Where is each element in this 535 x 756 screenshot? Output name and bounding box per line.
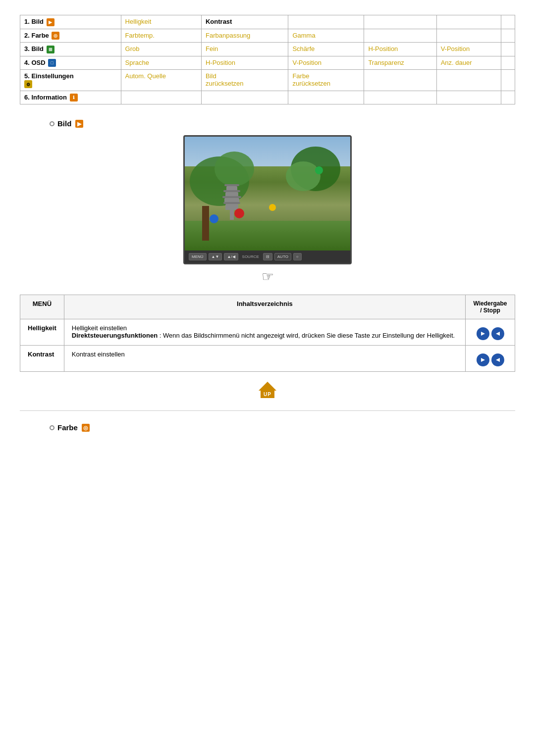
svg-marker-3 bbox=[496, 358, 500, 362]
svg-marker-0 bbox=[481, 332, 485, 336]
monitor-controls: MENÜ ▲▼ ▲/◀ SOURCE ⊟ AUTO ○ bbox=[185, 251, 350, 263]
nav-row-osd: 4. OSD □ Sprache H-Position V-Position T… bbox=[20, 56, 515, 70]
sub-farbanpassung[interactable]: Farbanpassung bbox=[201, 29, 288, 43]
content-kontrast: Kontrast einstellen bbox=[64, 346, 465, 372]
einstellungen-icon: ⚙ bbox=[24, 80, 32, 88]
play-back-btn[interactable] bbox=[491, 327, 504, 340]
foliage-4 bbox=[286, 161, 321, 191]
content-table: MENÜ Inhaltsverzeichnis Wiedergabe / Sto… bbox=[20, 295, 515, 372]
ctrl-source-label: SOURCE bbox=[242, 254, 259, 259]
garden-ground bbox=[185, 221, 350, 251]
header-index: Inhaltsverzeichnis bbox=[64, 295, 465, 319]
monitor-frame: MENÜ ▲▼ ▲/◀ SOURCE ⊟ AUTO ○ bbox=[183, 135, 352, 264]
farbe-section-header: Farbe ◎ bbox=[50, 423, 515, 432]
ctrl-source[interactable]: ⊟ bbox=[263, 253, 272, 260]
content-helligkeit: Helligkeit einstellen Direktsteuerungsfu… bbox=[64, 319, 465, 346]
menu-item-farbe[interactable]: 2. Farbe ◎ bbox=[20, 29, 121, 43]
sub-bildreset[interactable]: Bildzurücksetzen bbox=[201, 70, 288, 91]
sub-farbtemp[interactable]: Farbtemp. bbox=[121, 29, 201, 43]
menu-item-information[interactable]: 6. Information ℹ bbox=[20, 91, 121, 104]
farbe-icon: ◎ bbox=[52, 32, 59, 40]
sub-transparenz[interactable]: Transparenz bbox=[364, 56, 436, 70]
sub-fein[interactable]: Fein bbox=[201, 43, 288, 56]
play-forward-btn-2[interactable] bbox=[477, 353, 489, 366]
menu-item-bild2[interactable]: 3. Bild ⊞ bbox=[20, 43, 121, 56]
svg-marker-1 bbox=[496, 332, 500, 336]
sub-farbereset[interactable]: Farbezurücksetzen bbox=[288, 70, 364, 91]
sub-grob[interactable]: Grob bbox=[121, 43, 201, 56]
bild-circle-icon bbox=[50, 121, 54, 126]
sub-autom[interactable]: Autom. Quelle bbox=[121, 70, 201, 91]
label-kontrast: Kontrast bbox=[20, 346, 64, 372]
menu-item-bild[interactable]: 1. Bild ▶ bbox=[20, 15, 121, 29]
information-icon: ℹ bbox=[70, 94, 78, 101]
content-table-header: MENÜ Inhaltsverzeichnis Wiedergabe / Sto… bbox=[20, 295, 515, 319]
up-arrow-label: UP bbox=[261, 391, 274, 398]
section-divider bbox=[20, 410, 515, 411]
sub-helligkeit[interactable]: Helligkeit bbox=[121, 15, 201, 29]
sub-hposition[interactable]: H-Position bbox=[364, 43, 436, 56]
sub-sprache[interactable]: Sprache bbox=[121, 56, 201, 70]
up-arrow-head bbox=[259, 382, 276, 391]
sub-vposition2[interactable]: V-Position bbox=[288, 56, 364, 70]
ctrl-power[interactable]: ○ bbox=[293, 253, 302, 260]
garden-tree-trunk bbox=[202, 206, 209, 241]
monitor-screen bbox=[185, 137, 350, 251]
up-arrow: UP bbox=[259, 382, 276, 398]
sub-gamma[interactable]: Gamma bbox=[288, 29, 364, 43]
playback-kontrast bbox=[466, 346, 515, 372]
menu-item-einstellungen[interactable]: 5. Einstellungen ⚙ bbox=[20, 70, 121, 91]
play-back-btn-2[interactable] bbox=[491, 353, 504, 366]
ctrl-menu[interactable]: MENÜ bbox=[189, 253, 207, 260]
nav-row-information: 6. Information ℹ bbox=[20, 91, 515, 104]
table-row-helligkeit: Helligkeit Helligkeit einstellen Direkts… bbox=[20, 319, 515, 346]
nav-row-einstellungen: 5. Einstellungen ⚙ Autom. Quelle Bildzur… bbox=[20, 70, 515, 91]
farbe-section-icon: ◎ bbox=[82, 424, 90, 432]
nav-row-bild2: 3. Bild ⊞ Grob Fein Schärfe H-Position V… bbox=[20, 43, 515, 56]
play-forward-btn[interactable] bbox=[477, 327, 489, 340]
ctrl-brightness[interactable]: ▲▼ bbox=[209, 253, 222, 260]
play-buttons-kontrast bbox=[473, 353, 507, 366]
garden-pagoda bbox=[224, 186, 239, 226]
ornament-red bbox=[234, 208, 244, 218]
bild-icon: ▶ bbox=[47, 18, 54, 26]
nav-row-bild: 1. Bild ▶ Helligkeit Kontrast bbox=[20, 15, 515, 29]
sub-hposition2[interactable]: H-Position bbox=[201, 56, 288, 70]
menu-item-osd[interactable]: 4. OSD □ bbox=[20, 56, 121, 70]
playback-helligkeit bbox=[466, 319, 515, 346]
hand-cursor-icon: ☞ bbox=[262, 268, 274, 285]
table-row-kontrast: Kontrast Kontrast einstellen bbox=[20, 346, 515, 372]
sub-vposition[interactable]: V-Position bbox=[436, 43, 501, 56]
bild-section-header: Bild ▶ bbox=[50, 119, 515, 128]
farbe-title: Farbe bbox=[57, 423, 78, 432]
ctrl-arrows[interactable]: ▲/◀ bbox=[224, 253, 238, 260]
farbe-circle-icon bbox=[50, 425, 54, 430]
helligkeit-normal: Helligkeit einstellen bbox=[72, 324, 458, 332]
sub-kontrast[interactable]: Kontrast bbox=[201, 15, 288, 29]
up-arrow-container: UP bbox=[20, 382, 515, 398]
nav-table: 1. Bild ▶ Helligkeit Kontrast 2. Farbe ◎… bbox=[20, 15, 515, 104]
sub-schaerfe[interactable]: Schärfe bbox=[288, 43, 364, 56]
osd-icon: □ bbox=[48, 59, 56, 67]
play-buttons-helligkeit bbox=[473, 327, 507, 340]
header-menu: MENÜ bbox=[20, 295, 64, 319]
kontrast-text: Kontrast einstellen bbox=[72, 351, 125, 358]
bild-section-icon: ▶ bbox=[75, 120, 83, 128]
helligkeit-bold: Direktsteuerungsfunktionen : Wenn das Bi… bbox=[72, 332, 458, 339]
monitor-container: MENÜ ▲▼ ▲/◀ SOURCE ⊟ AUTO ○ ☞ bbox=[20, 135, 515, 285]
ornament-yellow bbox=[269, 204, 276, 211]
nav-row-farbe: 2. Farbe ◎ Farbtemp. Farbanpassung Gamma bbox=[20, 29, 515, 43]
ctrl-auto[interactable]: AUTO bbox=[274, 253, 291, 260]
svg-marker-2 bbox=[481, 358, 485, 362]
header-playback: Wiedergabe / Stopp bbox=[466, 295, 515, 319]
sub-anzdauer[interactable]: Anz. dauer bbox=[436, 56, 501, 70]
bild2-icon: ⊞ bbox=[47, 46, 54, 53]
label-helligkeit: Helligkeit bbox=[20, 319, 64, 346]
foliage-2 bbox=[214, 151, 254, 186]
bild-title: Bild bbox=[57, 119, 71, 128]
